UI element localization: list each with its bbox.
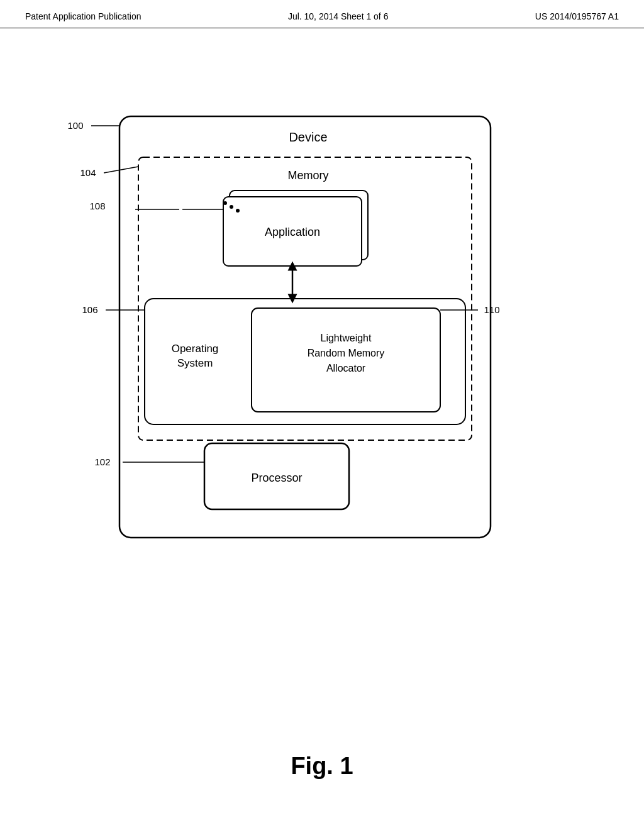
svg-text:Operating: Operating — [172, 343, 219, 355]
svg-text:System: System — [177, 357, 213, 369]
device-label: Device — [289, 130, 327, 144]
svg-point-17 — [236, 209, 240, 213]
ref-108: 108 — [89, 201, 105, 211]
diagram-area: Device Memory Application Operating Syst… — [0, 47, 644, 613]
ref-100: 100 — [67, 120, 83, 131]
svg-text:Random Memory: Random Memory — [308, 348, 385, 358]
ref-110: 110 — [484, 304, 499, 315]
header-center: Jul. 10, 2014 Sheet 1 of 6 — [288, 11, 389, 21]
svg-text:Allocator: Allocator — [326, 363, 366, 374]
page-header: Patent Application Publication Jul. 10, … — [0, 0, 644, 28]
ref-106: 106 — [82, 304, 97, 315]
svg-line-14 — [104, 167, 138, 173]
ref-104: 104 — [80, 167, 96, 178]
svg-point-16 — [230, 205, 233, 209]
svg-point-15 — [223, 201, 227, 205]
header-left: Patent Application Publication — [25, 11, 141, 21]
application-label: Application — [265, 226, 320, 238]
memory-label: Memory — [287, 169, 328, 182]
ref-102: 102 — [94, 456, 110, 467]
processor-label: Processor — [251, 472, 302, 484]
figure-caption: Fig. 1 — [0, 753, 644, 780]
svg-text:Lightweight: Lightweight — [321, 333, 372, 343]
svg-rect-8 — [252, 308, 440, 412]
header-right: US 2014/0195767 A1 — [535, 11, 619, 21]
